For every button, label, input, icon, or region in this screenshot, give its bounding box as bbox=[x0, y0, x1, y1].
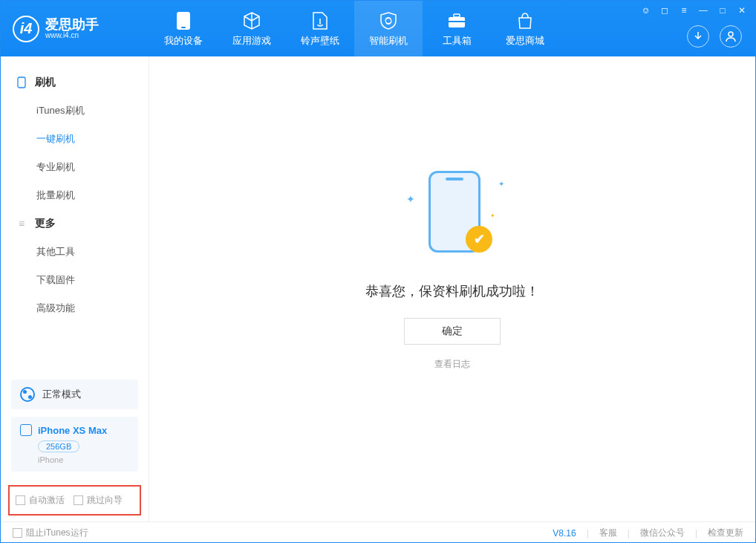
device-icon bbox=[176, 10, 191, 31]
shield-sync-icon bbox=[379, 10, 398, 31]
support-link[interactable]: 客服 bbox=[599, 527, 617, 539]
success-illustration: ✦ ✦ ✦ ✔ bbox=[400, 163, 504, 260]
checkbox-label: 自动激活 bbox=[29, 494, 65, 507]
wechat-link[interactable]: 微信公众号 bbox=[640, 527, 685, 539]
list-icon: ≡ bbox=[16, 218, 27, 230]
device-box[interactable]: iPhone XS Max 256GB iPhone bbox=[11, 417, 138, 472]
menu-icon[interactable]: ≡ bbox=[678, 5, 690, 16]
tab-ringtones[interactable]: 铃声壁纸 bbox=[286, 1, 354, 56]
checkbox-box bbox=[13, 528, 22, 538]
check-update-link[interactable]: 检查更新 bbox=[708, 527, 743, 539]
tab-my-device[interactable]: 我的设备 bbox=[149, 1, 218, 56]
body: 刷机 iTunes刷机 一键刷机 专业刷机 批量刷机 ≡ 更多 其他工具 下载固… bbox=[1, 56, 755, 521]
tab-label: 我的设备 bbox=[164, 34, 203, 48]
phone-icon bbox=[16, 77, 27, 88]
bag-icon bbox=[516, 10, 534, 31]
svg-rect-3 bbox=[454, 14, 460, 17]
sidebar: 刷机 iTunes刷机 一键刷机 专业刷机 批量刷机 ≡ 更多 其他工具 下载固… bbox=[1, 56, 149, 521]
tab-label: 工具箱 bbox=[443, 34, 472, 48]
tab-label: 应用游戏 bbox=[232, 34, 271, 48]
device-type: iPhone bbox=[38, 455, 129, 464]
sidebar-item-pro-flash[interactable]: 专业刷机 bbox=[1, 153, 149, 181]
sparkle-icon: ✦ bbox=[490, 212, 495, 219]
window-controls: ⎊ ◻ ≡ — □ ✕ bbox=[639, 5, 748, 16]
tab-label: 铃声壁纸 bbox=[301, 34, 339, 48]
tab-toolbox[interactable]: 工具箱 bbox=[423, 1, 491, 56]
svg-rect-6 bbox=[18, 77, 25, 88]
logo-text: 爱思助手 www.i4.cn bbox=[45, 18, 99, 39]
group-title: 更多 bbox=[35, 217, 56, 230]
success-message: 恭喜您，保资料刷机成功啦！ bbox=[365, 282, 539, 300]
svg-rect-1 bbox=[181, 27, 186, 28]
header-actions bbox=[687, 25, 742, 48]
tab-apps-games[interactable]: 应用游戏 bbox=[218, 1, 286, 56]
checkbox-box bbox=[16, 495, 25, 505]
svg-rect-4 bbox=[449, 21, 465, 22]
checkbox-box bbox=[74, 495, 83, 505]
checkbox-label: 阻止iTunes运行 bbox=[26, 527, 88, 539]
checkbox-block-itunes[interactable]: 阻止iTunes运行 bbox=[13, 527, 88, 539]
separator: | bbox=[695, 528, 697, 539]
options-highlight: 自动激活 跳过向导 bbox=[8, 485, 141, 516]
sidebar-item-batch-flash[interactable]: 批量刷机 bbox=[1, 181, 149, 209]
sidebar-item-itunes-flash[interactable]: iTunes刷机 bbox=[1, 97, 149, 125]
toolbox-icon bbox=[447, 10, 466, 31]
sidebar-scroll: 刷机 iTunes刷机 一键刷机 专业刷机 批量刷机 ≡ 更多 其他工具 下载固… bbox=[1, 56, 149, 372]
app-logo-icon: i4 bbox=[13, 16, 39, 42]
sidebar-group-flash[interactable]: 刷机 bbox=[1, 68, 149, 97]
app-title: 爱思助手 bbox=[45, 18, 99, 31]
sidebar-item-other-tools[interactable]: 其他工具 bbox=[1, 238, 149, 266]
tab-label: 爱思商城 bbox=[506, 34, 544, 48]
checkbox-label: 跳过向导 bbox=[87, 494, 123, 507]
music-file-icon bbox=[312, 10, 328, 31]
check-badge-icon: ✔ bbox=[466, 226, 492, 253]
tshirt-icon[interactable]: ⎊ bbox=[639, 5, 651, 16]
device-name: iPhone XS Max bbox=[38, 425, 107, 436]
checkbox-auto-activate[interactable]: 自动激活 bbox=[16, 494, 65, 507]
ok-button[interactable]: 确定 bbox=[404, 318, 501, 345]
cube-icon bbox=[242, 10, 261, 31]
cube-small-icon[interactable]: ◻ bbox=[659, 5, 671, 16]
tab-label: 智能刷机 bbox=[369, 34, 408, 48]
mode-box[interactable]: 正常模式 bbox=[11, 380, 138, 409]
download-button[interactable] bbox=[687, 25, 709, 48]
app-header: i4 爱思助手 www.i4.cn 我的设备 应用游戏 铃声壁纸 智能刷机 工具… bbox=[1, 1, 755, 56]
view-log-link[interactable]: 查看日志 bbox=[434, 358, 470, 371]
checkbox-skip-guide[interactable]: 跳过向导 bbox=[74, 494, 123, 507]
user-button[interactable] bbox=[720, 25, 742, 48]
footer-right: V8.16 | 客服 | 微信公众号 | 检查更新 bbox=[553, 527, 743, 539]
tab-smart-flash[interactable]: 智能刷机 bbox=[354, 1, 423, 56]
group-title: 刷机 bbox=[35, 76, 56, 89]
sidebar-item-download-firmware[interactable]: 下载固件 bbox=[1, 266, 149, 294]
sidebar-item-one-click-flash[interactable]: 一键刷机 bbox=[1, 125, 149, 153]
footer: 阻止iTunes运行 V8.16 | 客服 | 微信公众号 | 检查更新 bbox=[1, 521, 755, 543]
separator: | bbox=[628, 528, 630, 539]
device-phone-icon bbox=[20, 424, 32, 436]
app-subtitle: www.i4.cn bbox=[45, 31, 99, 39]
mode-label: 正常模式 bbox=[42, 388, 81, 401]
svg-point-5 bbox=[729, 32, 733, 36]
sidebar-group-more[interactable]: ≡ 更多 bbox=[1, 209, 149, 238]
mode-icon bbox=[20, 387, 35, 402]
minimize-button[interactable]: — bbox=[697, 5, 709, 16]
maximize-button[interactable]: □ bbox=[717, 5, 729, 16]
main-content: ✦ ✦ ✦ ✔ 恭喜您，保资料刷机成功啦！ 确定 查看日志 bbox=[149, 56, 755, 521]
nav-tabs: 我的设备 应用游戏 铃声壁纸 智能刷机 工具箱 爱思商城 bbox=[149, 1, 559, 56]
separator: | bbox=[587, 528, 589, 539]
version-label: V8.16 bbox=[553, 528, 576, 539]
logo-area: i4 爱思助手 www.i4.cn bbox=[1, 16, 149, 42]
sidebar-item-advanced[interactable]: 高级功能 bbox=[1, 294, 149, 322]
device-capacity: 256GB bbox=[38, 440, 79, 452]
sparkle-icon: ✦ bbox=[498, 180, 504, 188]
close-button[interactable]: ✕ bbox=[736, 5, 748, 16]
sparkle-icon: ✦ bbox=[406, 193, 415, 205]
tab-store[interactable]: 爱思商城 bbox=[491, 1, 559, 56]
